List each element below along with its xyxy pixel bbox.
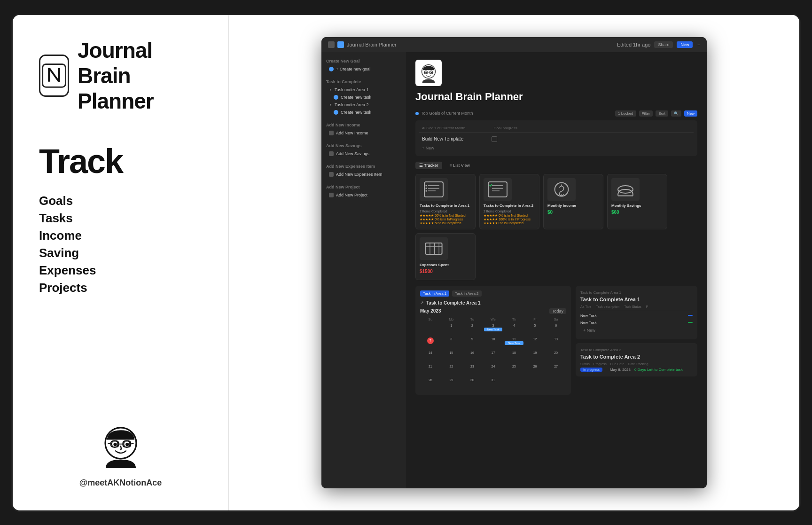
- sidebar-task-area2-label: Task under Area 2: [335, 102, 369, 107]
- cal-cell-w1-fr[interactable]: 5: [525, 322, 546, 336]
- cal-day-mo: Mo: [441, 317, 462, 322]
- goal-checkbox-1[interactable]: [492, 136, 497, 142]
- cal-cell-w3-we[interactable]: 17: [483, 350, 504, 363]
- cal-cell-w4-tu[interactable]: 23: [462, 363, 483, 376]
- cal-cell-w2-th[interactable]: 11 New Task: [504, 336, 524, 349]
- sidebar-add-project[interactable]: Add New Project: [326, 191, 401, 199]
- cal-cell-w2-tu[interactable]: 9: [462, 336, 483, 349]
- event-dot-1: New Task: [484, 328, 503, 331]
- nav-tasks[interactable]: Tasks: [39, 211, 202, 226]
- sidebar-task-area1[interactable]: ▼ Task under Area 1: [326, 86, 401, 94]
- tracker-tab[interactable]: ☰ Tracker: [415, 162, 442, 169]
- cal-cell-w4-mo[interactable]: 22: [441, 363, 462, 376]
- cal-cell-today[interactable]: 7: [420, 336, 441, 349]
- sort-btn[interactable]: Sort: [656, 110, 668, 117]
- cal-cell-w3-su[interactable]: 14: [420, 350, 441, 363]
- cal-cell-w3-mo[interactable]: 15: [441, 350, 462, 363]
- sidebar-project-icon: [329, 193, 334, 197]
- new-button[interactable]: New: [677, 41, 693, 48]
- cal-cell-w4-we[interactable]: 24: [483, 363, 504, 376]
- cal-cell-w5-sa[interactable]: [546, 377, 566, 390]
- sidebar-create-task1[interactable]: Create new task: [326, 94, 401, 101]
- topbar-right: Edited 1hr ago Share New ···: [617, 41, 700, 48]
- social-handle: @meetAKNotionAce: [79, 478, 162, 488]
- cal-cell-w1-tu[interactable]: 2: [462, 322, 483, 336]
- tracker-card3-title: Monthly Income: [547, 204, 599, 208]
- nav-income[interactable]: Income: [39, 228, 202, 243]
- task1-row2-title: New Task: [580, 321, 630, 325]
- goals-col1: Ai Goals of Current Month: [422, 126, 465, 130]
- task1-add-row[interactable]: + New: [580, 326, 693, 335]
- tracker-card1-title: Tasks to Complete In Area 1: [420, 204, 471, 208]
- search-icon[interactable]: 🔍: [671, 110, 681, 117]
- sidebar-task1-label: Create new task: [341, 95, 371, 100]
- share-button[interactable]: Share: [654, 41, 673, 48]
- nav-saving[interactable]: Saving: [39, 246, 202, 260]
- goals-new-btn[interactable]: New: [684, 110, 697, 117]
- cal-cell-w5-th[interactable]: [504, 377, 524, 390]
- cal-cell-w5-fr[interactable]: [525, 377, 546, 390]
- goals-add-row[interactable]: + New: [419, 144, 694, 152]
- nav-expenses[interactable]: Expenses: [39, 263, 202, 278]
- app-screenshot: Journal Brain Planner Edited 1hr ago Sha…: [321, 37, 707, 488]
- tracker-card1-stars1: ★★★★★ 50% is in Not Started: [420, 214, 471, 218]
- tracker-header: ☰ Tracker ≡ List View: [415, 162, 697, 169]
- topbar-more-icon: ···: [696, 42, 700, 47]
- calendar-panel: Task in Area 1 Task in Area 2 ↗ Task to …: [415, 286, 571, 395]
- cal-cell-w2-mo[interactable]: 8: [441, 336, 462, 349]
- cal-cell-w3-tu[interactable]: 16: [462, 350, 483, 363]
- cal-tab-area2[interactable]: Task in Area 2: [452, 290, 481, 297]
- cal-cell-w2-we[interactable]: 10: [483, 336, 504, 349]
- cal-cell-w4-th[interactable]: 25: [504, 363, 524, 376]
- task1-col-status: Task Status: [624, 305, 641, 308]
- app-title: Journal Brain Planner: [78, 38, 202, 114]
- cal-cell-w5-mo[interactable]: 29: [441, 377, 462, 390]
- monthly-income-icon: [547, 178, 576, 201]
- sidebar-task-area2[interactable]: ▼ Task under Area 2: [326, 101, 401, 109]
- avatar-illustration: [95, 422, 147, 473]
- sidebar-project-title: Add New Project: [326, 185, 401, 189]
- filter-btn[interactable]: Filter: [639, 110, 653, 117]
- list-view-tab[interactable]: ≡ List View: [446, 162, 474, 169]
- task2-section-label: Task to Complete Area 2: [580, 348, 693, 352]
- cal-cell-w5-su[interactable]: 28: [420, 377, 441, 390]
- sidebar-add-expenses[interactable]: Add New Expenses Item: [326, 171, 401, 178]
- notion-logo-icon: [39, 55, 69, 97]
- cal-tab-area1[interactable]: Task in Area 1: [420, 290, 449, 297]
- cal-today-btn[interactable]: Today: [549, 308, 566, 314]
- task1-section-label: Task to Complete Area 1: [580, 290, 693, 295]
- sidebar-create-goal[interactable]: + Create new goal: [326, 65, 401, 73]
- locked-btn[interactable]: 1 Locked: [615, 110, 636, 117]
- tasks-area1-icon: [420, 178, 448, 201]
- cal-day-we: We: [483, 317, 504, 322]
- cal-cell-w1-th[interactable]: 4: [504, 322, 524, 336]
- nav-goals[interactable]: Goals: [39, 194, 202, 208]
- cal-cell-w1-mo[interactable]: 1: [441, 322, 462, 336]
- task2-info-row-2: In progress May 8, 2023 0 Days Left to C…: [580, 368, 693, 372]
- sidebar-task2-label: Create new task: [341, 110, 371, 115]
- cal-cell-w5-we[interactable]: 31: [483, 377, 504, 390]
- task-sub-panel-2: Task to Complete Area 2 Task to Complete…: [576, 343, 697, 376]
- cal-cell-w2-fr[interactable]: 12: [525, 336, 546, 349]
- cal-cell-w5-tu[interactable]: 30: [462, 377, 483, 390]
- cal-cell-w3-fr[interactable]: 19: [525, 350, 546, 363]
- cal-cell-w2-sa[interactable]: 13: [546, 336, 566, 349]
- nav-list: Goals Tasks Income Saving Expenses Proje…: [39, 194, 202, 295]
- cal-cell-w4-su[interactable]: 21: [420, 363, 441, 376]
- cal-grid: Su Mo Tu We Th Fr Sa 1 2: [420, 317, 566, 390]
- sidebar-create-task2[interactable]: Create new task: [326, 109, 401, 116]
- sidebar-add-income[interactable]: Add New Income: [326, 129, 401, 137]
- cal-cell-w3-th[interactable]: 18: [504, 350, 524, 363]
- goals-table-header: Ai Goals of Current Month Goal progress: [419, 124, 694, 133]
- cal-cell-w4-sa[interactable]: 27: [546, 363, 566, 376]
- tracker-card-1: Tasks to Complete In Area 1 2 Items Comp…: [415, 174, 476, 229]
- cal-cell-w1-su[interactable]: [420, 322, 441, 336]
- sidebar-add-savings[interactable]: Add New Savings: [326, 150, 401, 157]
- cal-cell-w1-sa[interactable]: 6: [546, 322, 566, 336]
- cal-cell-w3-sa[interactable]: 20: [546, 350, 566, 363]
- cal-cell-w4-fr[interactable]: 26: [525, 363, 546, 376]
- task1-col-p: P: [646, 305, 648, 308]
- nav-projects[interactable]: Projects: [39, 281, 202, 295]
- svg-point-4: [113, 442, 117, 446]
- cal-cell-w1-we[interactable]: 3 New Task: [483, 322, 504, 336]
